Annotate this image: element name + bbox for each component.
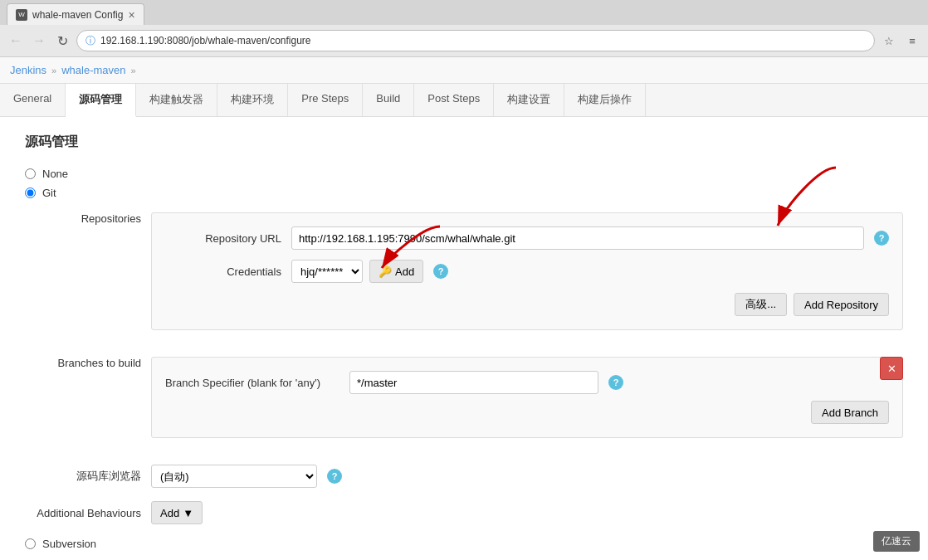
tab-close-button[interactable]: × <box>128 8 134 22</box>
section-title: 源码管理 <box>25 134 903 151</box>
subversion-row: Subversion <box>25 538 903 550</box>
bookmark-button[interactable]: ☆ <box>880 32 898 50</box>
credentials-help[interactable]: ? <box>433 264 448 279</box>
forward-button[interactable]: → <box>30 32 48 50</box>
tab-env[interactable]: 构建环境 <box>217 84 288 116</box>
main-container: General 源码管理 构建触发器 构建环境 Pre Steps Build … <box>0 84 928 560</box>
branch-input-row: Branch Specifier (blank for 'any') ? <box>165 371 889 394</box>
add-dropdown-icon: ▼ <box>183 507 193 519</box>
tab-bar: W whale-maven Config × <box>0 0 928 25</box>
branch-action-buttons: Add Branch <box>165 401 889 424</box>
source-browser-select[interactable]: (自动) <box>151 465 317 488</box>
breadcrumb-sep2: » <box>131 66 136 75</box>
tabs-bar: General 源码管理 构建触发器 构建环境 Pre Steps Build … <box>0 84 928 117</box>
add-creds-label: Add <box>395 265 414 278</box>
advanced-button[interactable]: 高级... <box>735 293 787 316</box>
tab-settings[interactable]: 构建设置 <box>494 84 564 116</box>
repo-url-label: Repository URL <box>165 232 281 245</box>
credentials-select[interactable]: hjq/****** <box>291 260 363 283</box>
menu-button[interactable]: ≡ <box>903 32 921 50</box>
browser-tab[interactable]: W whale-maven Config × <box>7 3 144 25</box>
branches-label: Branches to build <box>25 357 141 369</box>
scm-radio-group: None Git <box>25 168 903 199</box>
repositories-label: Repositories <box>25 212 141 225</box>
breadcrumb-whale-maven[interactable]: whale-maven <box>61 64 125 76</box>
radio-none-label: None <box>42 168 68 180</box>
additional-behaviours-label: Additional Behaviours <box>25 507 141 519</box>
tab-postbuild[interactable]: 构建后操作 <box>564 84 646 116</box>
tab-scm[interactable]: 源码管理 <box>66 84 136 117</box>
form-content: 源码管理 None Git Repositories <box>0 117 928 560</box>
branch-specifier-input[interactable] <box>349 371 598 394</box>
repo-url-help[interactable]: ? <box>874 231 889 246</box>
branches-section: Branches to build ✕ Branch Specifier (bl… <box>25 357 903 451</box>
branch-specifier-label: Branch Specifier (blank for 'any') <box>165 377 339 389</box>
subversion-label: Subversion <box>42 538 96 550</box>
lock-icon: ⓘ <box>85 34 95 48</box>
radio-none[interactable] <box>25 168 36 179</box>
credentials-label: Credentials <box>165 265 281 278</box>
browser-chrome: W whale-maven Config × ← → ↻ ⓘ 192.168.1… <box>0 0 928 57</box>
tab-build[interactable]: Build <box>363 84 414 116</box>
tab-triggers[interactable]: 构建触发器 <box>136 84 217 116</box>
radio-subversion[interactable] <box>25 538 36 549</box>
repo-url-input[interactable] <box>291 226 864 250</box>
repo-action-buttons: 高级... Add Repository <box>165 293 889 316</box>
back-button[interactable]: ← <box>7 32 25 50</box>
repositories-form-section: Repository URL ? Credentials hjq/****** <box>151 212 903 330</box>
breadcrumb-sep1: » <box>51 66 56 75</box>
additional-behaviours-add-button[interactable]: Add ▼ <box>151 501 203 524</box>
watermark: 亿速云 <box>873 531 920 552</box>
tab-presteps[interactable]: Pre Steps <box>288 84 363 116</box>
repositories-section: Repositories <box>25 212 903 343</box>
address-input[interactable]: ⓘ 192.168.1.190:8080/job/whale-maven/con… <box>76 30 875 51</box>
radio-none-option: None <box>25 168 903 180</box>
tab-title: whale-maven Config <box>32 9 123 21</box>
credentials-input-group: hjq/****** <box>291 260 423 283</box>
source-browser-label: 源码库浏览器 <box>25 469 141 484</box>
add-branch-button[interactable]: Add Branch <box>811 401 889 424</box>
tab-poststeps[interactable]: Post Steps <box>414 84 494 116</box>
source-browser-row: 源码库浏览器 (自动) ? <box>25 465 903 488</box>
content-area: General 源码管理 构建触发器 构建环境 Pre Steps Build … <box>0 84 928 560</box>
add-credentials-button[interactable]: 🔑 Add <box>369 260 423 283</box>
breadcrumb: Jenkins » whale-maven » <box>0 57 928 84</box>
branch-specifier-help[interactable]: ? <box>608 375 623 390</box>
key-icon: 🔑 <box>379 265 392 278</box>
add-label: Add <box>160 507 179 519</box>
radio-git-label: Git <box>42 187 56 199</box>
credentials-row: Credentials hjq/****** <box>165 260 889 283</box>
breadcrumb-jenkins[interactable]: Jenkins <box>10 64 46 76</box>
repo-url-row: Repository URL ? <box>165 226 889 250</box>
radio-git[interactable] <box>25 187 36 198</box>
remove-branch-button[interactable]: ✕ <box>880 357 903 380</box>
add-creds-container: 🔑 Add <box>369 260 423 283</box>
refresh-button[interactable]: ↻ <box>53 32 71 50</box>
address-bar: ← → ↻ ⓘ 192.168.1.190:8080/job/whale-mav… <box>0 25 928 56</box>
repo-container: Repository URL ? Credentials hjq/****** <box>151 212 903 343</box>
add-repository-button[interactable]: Add Repository <box>794 293 889 316</box>
tab-favicon: W <box>16 9 27 21</box>
branches-form-section: ✕ Branch Specifier (blank for 'any') ? A… <box>151 357 903 438</box>
url-text: 192.168.1.190:8080/job/whale-maven/confi… <box>100 35 311 46</box>
branches-container: ✕ Branch Specifier (blank for 'any') ? A… <box>151 357 903 451</box>
radio-git-option: Git <box>25 187 903 199</box>
tab-general[interactable]: General <box>0 84 66 116</box>
source-browser-help[interactable]: ? <box>327 469 342 484</box>
additional-behaviours-row: Additional Behaviours Add ▼ <box>25 501 903 524</box>
